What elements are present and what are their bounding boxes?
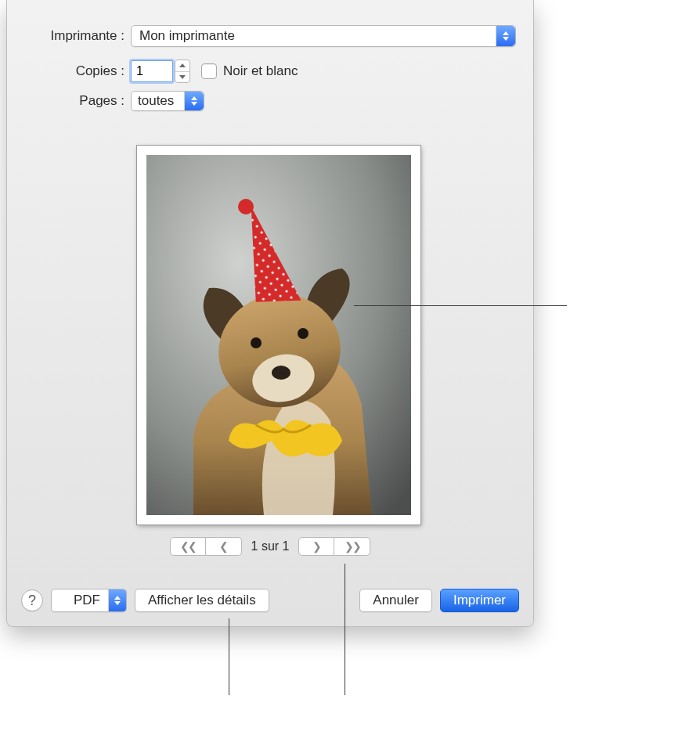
print-dialog: Imprimante : Mon imprimante Copies : Noi… (6, 0, 534, 627)
svg-point-7 (251, 337, 262, 348)
dialog-footer: ? PDF Afficher les détails Annuler Impri… (7, 589, 533, 612)
show-details-label: Afficher les détails (148, 593, 256, 608)
help-icon: ? (28, 593, 36, 609)
show-details-button[interactable]: Afficher les détails (135, 589, 269, 612)
chevron-double-left-icon: ❮❮ (180, 540, 196, 553)
print-label: Imprimer (453, 593, 506, 608)
print-preview (137, 146, 420, 525)
callout-line-next (345, 564, 345, 695)
print-button[interactable]: Imprimer (440, 589, 519, 612)
svg-point-9 (238, 199, 254, 214)
chevron-left-icon: ❮ (219, 540, 227, 553)
copies-stepper[interactable] (175, 59, 190, 83)
callout-line-details (229, 618, 229, 695)
prev-page-button[interactable]: ❮ (206, 537, 242, 556)
svg-point-6 (272, 366, 290, 380)
stepper-up-icon[interactable] (175, 60, 189, 72)
page-status: 1 sur 1 (251, 539, 290, 553)
pdf-label: PDF (64, 589, 108, 611)
stepper-down-icon[interactable] (175, 72, 189, 83)
help-button[interactable]: ? (21, 589, 43, 611)
callout-line-preview (354, 305, 567, 306)
printer-select[interactable]: Mon imprimante (131, 25, 516, 47)
svg-point-8 (298, 328, 309, 339)
pages-selected: toutes (132, 93, 184, 109)
printer-label: Imprimante : (7, 28, 131, 44)
page-navigator: ❮❮ ❮ 1 sur 1 ❯ ❯❯ (7, 537, 533, 556)
copies-input[interactable] (131, 60, 173, 82)
cancel-label: Annuler (373, 593, 419, 608)
chevron-updown-icon (496, 26, 515, 46)
preview-image (146, 155, 411, 515)
pages-select[interactable]: toutes (131, 91, 204, 111)
bw-checkbox[interactable] (201, 63, 217, 79)
bw-label: Noir et blanc (223, 63, 298, 79)
chevron-double-right-icon: ❯❯ (345, 540, 360, 553)
cancel-button[interactable]: Annuler (359, 589, 432, 612)
pages-label: Pages : (7, 93, 131, 109)
chevron-updown-icon (108, 589, 126, 611)
next-page-button[interactable]: ❯ (298, 537, 334, 556)
chevron-right-icon: ❯ (312, 540, 320, 553)
copies-label: Copies : (7, 63, 131, 79)
pdf-menu-button[interactable]: PDF (51, 589, 127, 612)
first-page-button[interactable]: ❮❮ (170, 537, 206, 556)
chevron-updown-icon (184, 92, 204, 110)
printer-selected: Mon imprimante (132, 28, 496, 44)
last-page-button[interactable]: ❯❯ (334, 537, 370, 556)
